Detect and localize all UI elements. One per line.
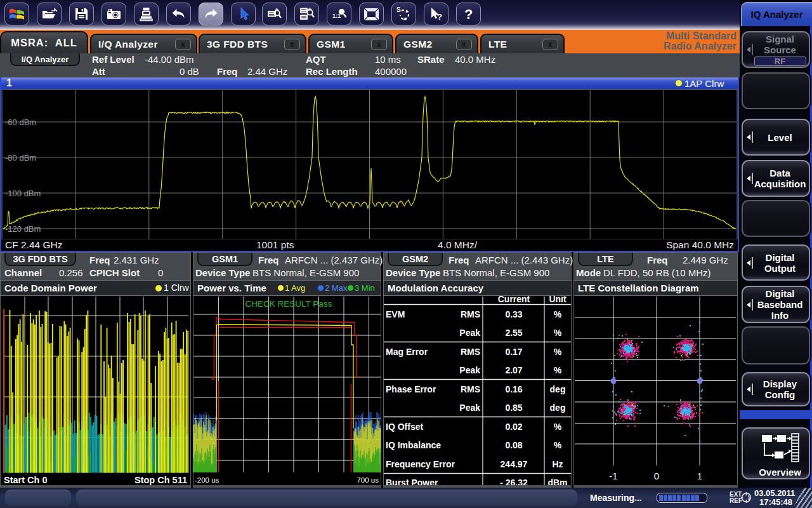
svg-text:-60 dBm: -60 dBm [5, 117, 36, 127]
svg-text:Frequency Error: Frequency Error [386, 459, 455, 469]
svg-text:Stop Ch 511: Stop Ch 511 [134, 475, 187, 485]
svg-text:1: 1 [697, 471, 702, 481]
svg-text:IQ Offset: IQ Offset [386, 422, 423, 432]
svg-text:-1: -1 [609, 471, 617, 481]
svg-text:RMS: RMS [461, 384, 480, 394]
svg-text:0.17: 0.17 [505, 347, 522, 357]
svg-text:700 us: 700 us [357, 476, 379, 484]
svg-text:-100 dBm: -100 dBm [5, 189, 41, 198]
svg-text:Start Ch 0: Start Ch 0 [4, 475, 48, 485]
svg-text:Peak: Peak [459, 365, 480, 375]
svg-text:?: ? [464, 6, 473, 22]
svg-text:0: 0 [654, 471, 659, 481]
svg-text:0.08: 0.08 [505, 440, 522, 450]
svg-text:EVM: EVM [386, 309, 405, 319]
svg-text:%: % [554, 365, 562, 375]
svg-text:Current: Current [498, 296, 530, 304]
svg-text:S: S [396, 6, 401, 13]
svg-text:?: ? [437, 12, 442, 22]
svg-text:IQ Imbalance: IQ Imbalance [386, 440, 441, 450]
svg-text:%: % [554, 440, 562, 450]
svg-text:0.85: 0.85 [505, 403, 522, 413]
svg-text:Mag Error: Mag Error [386, 347, 428, 357]
svg-text:0.02: 0.02 [505, 422, 522, 432]
svg-text:-120 dBm: -120 dBm [5, 224, 41, 234]
svg-text:244.97: 244.97 [501, 459, 528, 469]
svg-text:RMS: RMS [461, 309, 480, 319]
svg-text:Phase Error: Phase Error [386, 384, 436, 394]
svg-text:RMS: RMS [461, 347, 480, 357]
svg-text:2.07: 2.07 [505, 365, 522, 375]
svg-text:0.16: 0.16 [505, 384, 522, 394]
svg-text:Hz: Hz [552, 459, 563, 469]
svg-text:CHECK RESULT Pass: CHECK RESULT Pass [246, 299, 332, 309]
svg-text:-200 us: -200 us [195, 476, 219, 484]
svg-text:deg: deg [550, 384, 566, 394]
svg-text:%: % [554, 328, 562, 338]
svg-text:0.33: 0.33 [505, 309, 522, 319]
svg-text:%: % [554, 422, 562, 432]
svg-text:Peak: Peak [459, 328, 480, 338]
svg-text:Unit: Unit [549, 296, 566, 304]
svg-text:Peak: Peak [459, 403, 480, 413]
svg-text:%: % [554, 309, 562, 319]
svg-text:2.55: 2.55 [505, 328, 522, 338]
svg-text:-80 dBm: -80 dBm [5, 153, 36, 163]
svg-text:%: % [554, 347, 562, 357]
svg-text:deg: deg [550, 403, 566, 413]
